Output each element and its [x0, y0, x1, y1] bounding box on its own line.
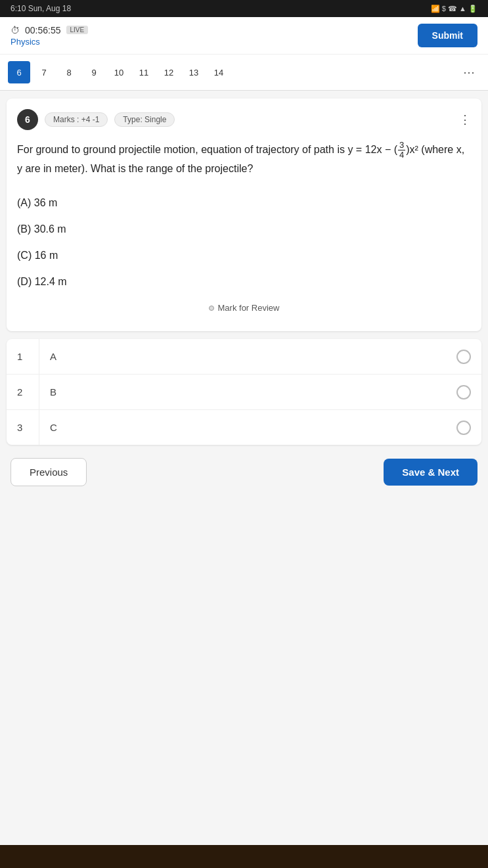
answer-row-num-2: 2: [7, 375, 39, 409]
marks-badge: Marks : +4 -1: [45, 112, 108, 127]
question-text: For ground to ground projectile motion, …: [17, 141, 471, 177]
more-options-icon[interactable]: ⋮: [459, 112, 471, 127]
status-time: 6:10 Sun, Aug 18: [11, 4, 71, 13]
status-bar: 6:10 Sun, Aug 18 📶 $ ☎ ▲ 🔋: [0, 0, 488, 17]
timer-text: 00:56:55: [25, 25, 61, 35]
q-nav-13[interactable]: 13: [183, 61, 205, 83]
q-nav-6[interactable]: 6: [8, 61, 30, 83]
q-nav-8[interactable]: 8: [58, 61, 80, 83]
answer-radio-2[interactable]: [456, 385, 471, 400]
submit-button[interactable]: Submit: [418, 24, 477, 47]
question-card: 6 Marks : +4 -1 Type: Single ⋮ For groun…: [7, 99, 481, 331]
answer-row-1[interactable]: 1 A: [7, 339, 481, 375]
previous-button[interactable]: Previous: [11, 458, 87, 486]
q-nav-12[interactable]: 12: [158, 61, 180, 83]
timer-icon: ⏱: [11, 25, 20, 35]
answer-row-2[interactable]: 2 B: [7, 375, 481, 410]
top-bar: ⏱ 00:56:55 LIVE Physics Submit: [0, 17, 488, 54]
answer-row-val-2: B: [39, 375, 456, 409]
q-nav-11[interactable]: 11: [133, 61, 155, 83]
question-header: 6 Marks : +4 -1 Type: Single ⋮: [17, 109, 471, 130]
option-a[interactable]: (A) 36 m: [17, 190, 471, 216]
option-d[interactable]: (D) 12.4 m: [17, 269, 471, 295]
nav-divider: [0, 90, 488, 91]
q-nav-9[interactable]: 9: [83, 61, 105, 83]
q-nav-10[interactable]: 10: [108, 61, 130, 83]
question-number-circle: 6: [17, 109, 38, 130]
live-badge: LIVE: [66, 26, 89, 34]
answer-row-3[interactable]: 3 C: [7, 410, 481, 445]
mark-review-dot: [209, 306, 214, 311]
answer-radio-1[interactable]: [456, 350, 471, 364]
question-nav: 6 7 8 9 10 11 12 13 14 ⋯: [0, 54, 488, 90]
subject-label: Physics: [11, 37, 88, 47]
option-b[interactable]: (B) 30.6 m: [17, 216, 471, 242]
answer-row-num-3: 3: [7, 410, 39, 445]
answer-row-num-1: 1: [7, 339, 39, 374]
save-next-button[interactable]: Save & Next: [384, 459, 477, 486]
timer-section: ⏱ 00:56:55 LIVE Physics: [11, 25, 88, 47]
answer-row-val-3: C: [39, 410, 456, 445]
q-nav-7[interactable]: 7: [33, 61, 55, 83]
q-nav-14[interactable]: 14: [208, 61, 230, 83]
status-icons: 📶 $ ☎ ▲ 🔋: [431, 5, 477, 13]
answer-row-val-1: A: [39, 339, 456, 374]
answer-section: 1 A 2 B 3 C: [7, 339, 481, 445]
type-badge: Type: Single: [114, 112, 175, 127]
mark-for-review[interactable]: Mark for Review: [17, 295, 471, 321]
question-grid-icon[interactable]: ⋯: [458, 61, 480, 83]
option-c[interactable]: (C) 16 m: [17, 242, 471, 269]
bottom-bar: Previous Save & Next: [0, 451, 488, 493]
answer-radio-3[interactable]: [456, 421, 471, 435]
